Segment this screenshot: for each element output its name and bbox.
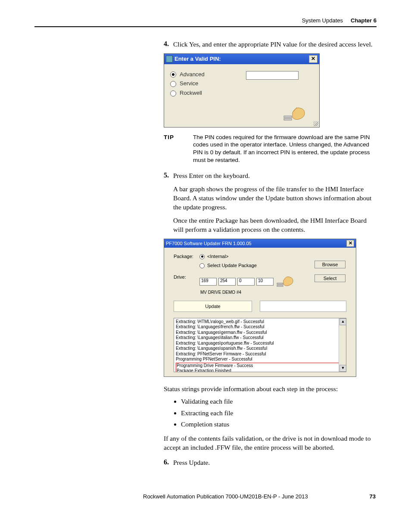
drive-row: Drive: 169254010 xyxy=(174,274,346,295)
bullet-item: Completion status xyxy=(181,419,377,430)
scrollbar[interactable]: ▲ ▼ xyxy=(339,318,346,372)
footer-page-number: 73 xyxy=(370,493,376,500)
package-row: Package: <Internal> Select Update Packag… xyxy=(174,254,346,268)
status-bullets: Validating each file Extracting each fil… xyxy=(173,396,377,430)
resize-grip-icon[interactable] xyxy=(313,121,318,126)
close-icon[interactable]: ✕ xyxy=(346,240,354,247)
updater-title: PF7000 Software Updater FRN 1.000.05 xyxy=(166,241,252,246)
step-4: 4. Click Yes, and enter the appropriate … xyxy=(164,40,377,49)
updater-titlebar: PF7000 Software Updater FRN 1.000.05 ✕ xyxy=(164,239,356,248)
progress-bar xyxy=(260,301,346,312)
app-icon xyxy=(166,56,173,62)
ip-octet-1[interactable]: 169 xyxy=(199,278,217,286)
pin-dialog-title: Enter a Valid PIN: xyxy=(166,56,221,63)
hand-pointer-icon xyxy=(283,104,309,121)
step-text: Press Enter on the keyboard. xyxy=(173,171,377,180)
radio-select-package[interactable]: Select Update Package xyxy=(199,263,314,268)
step-6: 6. Press Update. xyxy=(164,458,377,467)
radio-internal[interactable]: <Internal> xyxy=(199,254,314,259)
step-num: 5. xyxy=(164,171,173,179)
step5-p1: A bar graph shows the progress of the fi… xyxy=(173,185,377,212)
pin-input[interactable] xyxy=(246,71,299,80)
status-intro: Status strings provide information about… xyxy=(164,385,377,394)
log-highlight: Programming Drive Firmware - Success Pac… xyxy=(176,363,344,372)
radio-label: Rockwell xyxy=(180,90,202,96)
footer-pub: Rockwell Automation Publication 7000-UM2… xyxy=(143,493,308,500)
svg-rect-1 xyxy=(284,118,292,120)
fail-text: If any of the contents fails validation,… xyxy=(164,434,377,452)
radio-dot-icon xyxy=(170,72,176,78)
step5-p2: Once the entire Package has been downloa… xyxy=(173,216,377,234)
page: System Updates Chapter 6 4. Click Yes, a… xyxy=(0,0,411,517)
header-chapter: Chapter 6 xyxy=(351,17,377,24)
step-num: 6. xyxy=(164,458,173,466)
log-line: Extracting: \Languages\spanish.ffw - Suc… xyxy=(176,346,344,352)
step-text: Press Update. xyxy=(173,458,377,467)
radio-dot-icon xyxy=(170,81,176,87)
step-5: 5. Press Enter on the keyboard. xyxy=(164,171,377,180)
log-line: Extracting: PFNetServer Firmware - Succe… xyxy=(176,352,344,357)
log-line: Package Extraction Finished xyxy=(177,368,231,372)
status-log: Extracting: \HTML\ralogo_web.gif - Succe… xyxy=(174,318,346,372)
update-button[interactable]: Update xyxy=(174,301,252,312)
step-num: 4. xyxy=(164,40,173,48)
radio-dot-icon xyxy=(199,263,205,268)
log-line: Programming Drive Firmware - Success xyxy=(177,363,253,368)
browse-button[interactable]: Browse xyxy=(314,261,346,268)
log-line: Extracting: \Languages\portuguese.ffw - … xyxy=(176,341,344,346)
log-line: Extracting: \Languages\italian.ffw - Suc… xyxy=(176,335,344,341)
log-line: Extracting: \Languages\german.ffw - Succ… xyxy=(176,330,344,336)
select-button[interactable]: Select xyxy=(314,274,346,282)
header-section: System Updates xyxy=(302,17,343,24)
ip-octet-4[interactable]: 10 xyxy=(256,278,274,286)
radio-label: Advanced xyxy=(180,71,205,78)
pin-dialog-titlebar: Enter a Valid PIN: ✕ xyxy=(164,54,319,64)
tip-box: TIP The PIN codes required for the firmw… xyxy=(164,134,377,164)
page-footer: Rockwell Automation Publication 7000-UM2… xyxy=(34,493,377,500)
svg-rect-3 xyxy=(277,285,283,286)
radio-rockwell[interactable]: Rockwell xyxy=(170,90,313,96)
radio-service[interactable]: Service xyxy=(170,80,313,87)
radio-dot-icon xyxy=(199,254,205,259)
bullet-item: Extracting each file xyxy=(181,408,377,419)
tip-label: TIP xyxy=(164,134,193,164)
radio-label: Select Update Package xyxy=(207,263,257,268)
tip-text: The PIN codes required for the firmware … xyxy=(193,134,377,164)
log-line: Extracting: \Languages\french.ffw - Succ… xyxy=(176,324,344,330)
drive-name: MV DRIVE DEMO #4 xyxy=(200,290,314,295)
drive-label: Drive: xyxy=(174,274,199,280)
svg-rect-0 xyxy=(284,116,292,118)
log-line: Extracting: \HTML\ralogo_web.gif - Succe… xyxy=(176,319,344,325)
scroll-down-icon[interactable]: ▼ xyxy=(339,365,346,372)
svg-rect-2 xyxy=(277,283,283,284)
page-header: System Updates Chapter 6 xyxy=(34,17,377,27)
step-text: Click Yes, and enter the appropriate PIN… xyxy=(173,40,377,49)
ip-octet-2[interactable]: 254 xyxy=(218,278,236,286)
updater-dialog: PF7000 Software Updater FRN 1.000.05 ✕ P… xyxy=(164,239,356,377)
radio-label: Service xyxy=(180,80,198,87)
hand-pointer-icon xyxy=(277,274,297,287)
radio-label: <Internal> xyxy=(207,254,229,259)
scroll-up-icon[interactable]: ▲ xyxy=(339,318,346,325)
update-row: Update xyxy=(174,301,346,312)
close-icon[interactable]: ✕ xyxy=(309,55,318,63)
log-line: Programming PFNetServer - Successful xyxy=(176,357,344,362)
ip-octet-3[interactable]: 0 xyxy=(237,278,255,286)
pin-dialog: Enter a Valid PIN: ✕ Advanced Service Ro… xyxy=(164,53,320,128)
bullet-item: Validating each file xyxy=(181,396,377,407)
content-col: 4. Click Yes, and enter the appropriate … xyxy=(164,40,377,467)
radio-dot-icon xyxy=(170,90,176,96)
package-label: Package: xyxy=(174,254,199,259)
